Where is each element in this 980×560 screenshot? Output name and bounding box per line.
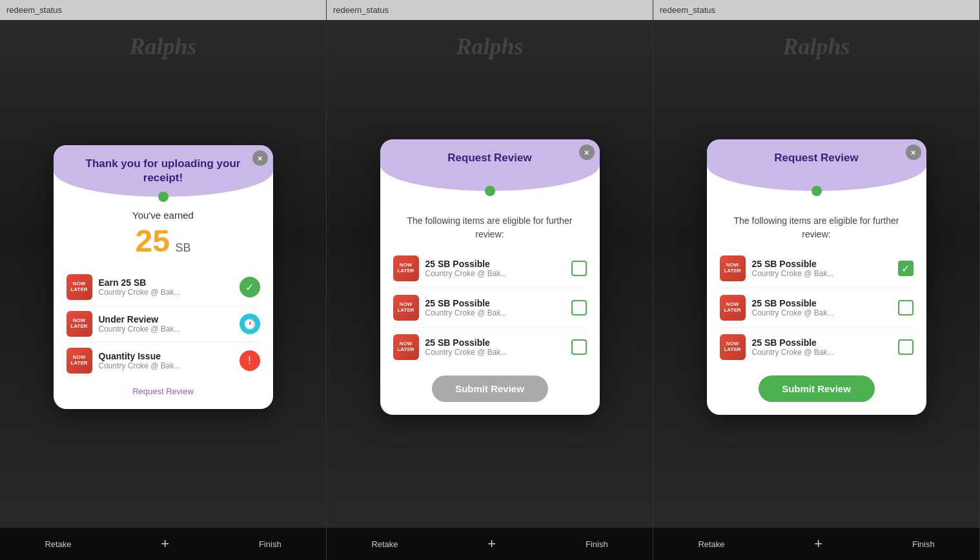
panel-label-2: redeem_status xyxy=(327,0,653,20)
review-item-info-2-1: 25 SB Possible Country Croke @ Bak... xyxy=(425,259,571,278)
review-item-info-3-2: 25 SB Possible Country Croke @ Bak... xyxy=(752,298,898,317)
plus-btn-2[interactable]: + xyxy=(487,535,496,552)
item-info-2: Under Review Country Croke @ Bak... xyxy=(99,314,240,334)
phone-panel-1: redeem_status Ralphs Thank you for uploa… xyxy=(0,0,327,560)
modal-title-3: Request Review xyxy=(755,151,877,165)
panel-label-3: redeem_status xyxy=(653,0,979,20)
item-subtitle-2: Country Croke @ Bak... xyxy=(99,325,240,334)
item-title-2: Under Review xyxy=(99,314,240,325)
retake-btn-1[interactable]: Retake xyxy=(45,539,71,549)
checkbox-3-3[interactable] xyxy=(898,339,914,355)
phone-screen-1: Ralphs Thank you for uploading your rece… xyxy=(0,20,326,560)
review-item-title-3-3: 25 SB Possible xyxy=(752,337,898,348)
item-list: NOWLATER Earn 25 SB Country Croke @ Bak.… xyxy=(66,269,260,379)
request-review-link[interactable]: Request Review xyxy=(66,386,260,396)
item-subtitle-1: Country Croke @ Bak... xyxy=(99,288,240,297)
modal-title-1: Thank you for uploading your receipt! xyxy=(54,157,273,185)
item-row-1: NOWLATER Earn 25 SB Country Croke @ Bak.… xyxy=(66,269,260,306)
review-item-list-3: NOWLATER 25 SB Possible Country Croke @ … xyxy=(720,249,914,366)
modal-overlay-1: Thank you for uploading your receipt! × … xyxy=(0,20,326,560)
bottom-bar-2: Retake + Finish xyxy=(327,528,653,560)
review-item-subtitle-3-1: Country Croke @ Bak... xyxy=(752,269,898,278)
earned-section: You've earned 25 SB xyxy=(66,210,260,259)
review-item-info-3-1: 25 SB Possible Country Croke @ Bak... xyxy=(752,259,898,278)
review-product-img-2-1: NOWLATER xyxy=(393,255,419,281)
product-image-1: NOWLATER xyxy=(66,274,92,300)
item-subtitle-3: Country Croke @ Bak... xyxy=(99,361,240,370)
modal-title-2: Request Review xyxy=(428,151,551,165)
finish-btn-1[interactable]: Finish xyxy=(259,539,281,549)
review-item-subtitle-3-2: Country Croke @ Bak... xyxy=(752,308,898,317)
phone-screen-3: Ralphs Request Review × The following it… xyxy=(653,20,979,560)
earned-unit: SB xyxy=(175,241,190,254)
green-dot-3 xyxy=(812,186,822,196)
review-product-img-3-1: NOWLATER xyxy=(720,255,746,281)
modal-card-1: Thank you for uploading your receipt! × … xyxy=(54,145,273,409)
review-item-row-2-1: NOWLATER 25 SB Possible Country Croke @ … xyxy=(393,249,587,288)
review-item-subtitle-2-2: Country Croke @ Bak... xyxy=(425,308,571,317)
review-item-row-3-3: NOWLATER 25 SB Possible Country Croke @ … xyxy=(720,328,914,366)
review-subtitle-3: The following items are eligible for fur… xyxy=(720,214,914,241)
bottom-bar-3: Retake + Finish xyxy=(653,528,979,560)
review-product-img-3-3: NOWLATER xyxy=(720,334,746,360)
modal-header-3: Request Review × xyxy=(707,139,926,191)
green-dot-1 xyxy=(158,192,168,202)
review-item-info-3-3: 25 SB Possible Country Croke @ Bak... xyxy=(752,337,898,357)
review-item-info-2-2: 25 SB Possible Country Croke @ Bak... xyxy=(425,298,571,317)
retake-btn-2[interactable]: Retake xyxy=(371,539,398,549)
item-title-3: Quantity Issue xyxy=(99,351,240,361)
item-title-1: Earn 25 SB xyxy=(99,277,240,288)
panel-label-1: redeem_status xyxy=(0,0,326,20)
finish-btn-2[interactable]: Finish xyxy=(586,539,608,549)
finish-btn-3[interactable]: Finish xyxy=(912,539,935,549)
submit-review-btn-2[interactable]: Submit Review xyxy=(432,375,548,402)
item-info-3: Quantity Issue Country Croke @ Bak... xyxy=(99,351,240,370)
retake-btn-3[interactable]: Retake xyxy=(698,539,724,549)
earned-amount: 25 xyxy=(136,224,170,258)
review-subtitle-2: The following items are eligible for fur… xyxy=(393,214,587,241)
checkbox-3-1[interactable]: ✓ xyxy=(898,261,914,276)
item-row-2: NOWLATER Under Review Country Croke @ Ba… xyxy=(66,306,260,343)
review-item-title-2-1: 25 SB Possible xyxy=(425,259,571,269)
submit-review-btn-3[interactable]: Submit Review xyxy=(759,375,875,402)
checkbox-2-2[interactable] xyxy=(571,300,587,315)
checkbox-3-2[interactable] xyxy=(898,300,914,315)
review-item-row-2-2: NOWLATER 25 SB Possible Country Croke @ … xyxy=(393,288,587,328)
earned-display: 25 SB xyxy=(66,223,260,259)
review-item-list-2: NOWLATER 25 SB Possible Country Croke @ … xyxy=(393,249,587,366)
modal-body-2: The following items are eligible for fur… xyxy=(380,191,600,415)
phone-panel-2: redeem_status Ralphs Request Review × Th… xyxy=(327,0,653,560)
close-button-3[interactable]: × xyxy=(906,145,921,160)
checkbox-2-1[interactable] xyxy=(571,261,587,276)
checkbox-2-3[interactable] xyxy=(571,339,587,355)
review-item-title-2-3: 25 SB Possible xyxy=(425,337,571,348)
review-item-title-3-2: 25 SB Possible xyxy=(752,298,898,308)
plus-btn-1[interactable]: + xyxy=(161,535,169,552)
modal-body-3: The following items are eligible for fur… xyxy=(707,191,926,415)
review-item-info-2-3: 25 SB Possible Country Croke @ Bak... xyxy=(425,337,571,357)
status-icon-check: ✓ xyxy=(240,277,260,297)
review-item-row-3-1: NOWLATER 25 SB Possible Country Croke @ … xyxy=(720,249,914,288)
review-item-subtitle-2-3: Country Croke @ Bak... xyxy=(425,348,571,357)
review-product-img-2-2: NOWLATER xyxy=(393,295,419,321)
close-button-2[interactable]: × xyxy=(579,145,595,160)
phone-screen-2: Ralphs Request Review × The following it… xyxy=(327,20,653,560)
review-product-img-3-2: NOWLATER xyxy=(720,295,746,321)
modal-card-2: Request Review × The following items are… xyxy=(380,139,600,415)
modal-overlay-3: Request Review × The following items are… xyxy=(653,20,979,560)
review-product-img-2-3: NOWLATER xyxy=(393,334,419,360)
review-item-row-2-3: NOWLATER 25 SB Possible Country Croke @ … xyxy=(393,328,587,366)
modal-body-1: You've earned 25 SB NOWLATER Earn 25 SB xyxy=(54,197,273,409)
review-item-title-3-1: 25 SB Possible xyxy=(752,259,898,269)
green-dot-2 xyxy=(485,186,495,196)
phone-panel-3: redeem_status Ralphs Request Review × Th… xyxy=(653,0,980,560)
review-item-subtitle-2-1: Country Croke @ Bak... xyxy=(425,269,571,278)
review-item-title-2-2: 25 SB Possible xyxy=(425,298,571,308)
status-icon-clock: 🕐 xyxy=(240,314,260,334)
item-row-3: NOWLATER Quantity Issue Country Croke @ … xyxy=(66,343,260,379)
plus-btn-3[interactable]: + xyxy=(814,535,822,552)
modal-overlay-2: Request Review × The following items are… xyxy=(327,20,653,560)
product-image-3: NOWLATER xyxy=(66,348,92,374)
close-button-1[interactable]: × xyxy=(252,150,268,166)
item-info-1: Earn 25 SB Country Croke @ Bak... xyxy=(99,277,240,297)
